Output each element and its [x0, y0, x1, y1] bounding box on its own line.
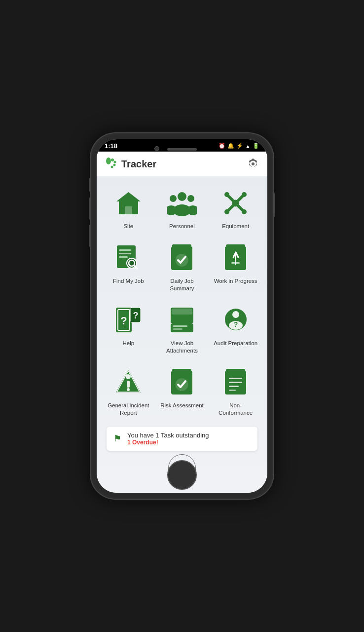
help-icon: ? ? — [114, 306, 143, 334]
phone-frame: 1:18 ⏰🔔⚡▲🔋 Tracker — [91, 133, 273, 499]
svg-rect-44 — [173, 325, 187, 327]
menu-item-general-incident-report[interactable]: General Incident Report — [106, 366, 150, 417]
status-time: 1:18 — [105, 142, 117, 150]
find-my-job-label: Find My Job — [113, 277, 144, 285]
menu-row-2: Find My Job Daily Job Su — [97, 236, 267, 298]
svg-point-2 — [114, 161, 116, 163]
menu-row-3: ? ? Help — [97, 298, 267, 360]
menu-row-4: General Incident Report Risk Assessment — [97, 360, 267, 423]
svg-marker-6 — [116, 192, 141, 201]
non-conformance-icon — [222, 368, 249, 396]
svg-rect-7 — [125, 206, 132, 214]
svg-point-47 — [232, 311, 239, 318]
menu-item-site[interactable]: Site — [106, 187, 150, 230]
equipment-label: Equipment — [222, 223, 249, 230]
site-icon — [115, 190, 142, 217]
svg-point-1 — [111, 158, 114, 161]
general-incident-report-icon — [114, 368, 143, 396]
notification-overdue: 1 Overdue! — [127, 439, 209, 446]
audit-preparation-icon-wrap: ? — [220, 304, 252, 336]
svg-text:?: ? — [121, 315, 127, 327]
find-my-job-icon-wrap — [112, 242, 144, 274]
app-title: Tracker — [121, 158, 156, 170]
svg-rect-22 — [119, 249, 131, 251]
svg-point-17 — [242, 192, 247, 197]
menu-item-equipment[interactable]: Equipment — [214, 187, 258, 230]
risk-assessment-icon-wrap — [166, 366, 198, 398]
personnel-icon-wrap — [166, 187, 198, 219]
menu-item-daily-job-summary[interactable]: Daily Job Summary — [160, 242, 204, 292]
non-conformance-label: Non-Conformance — [214, 402, 258, 417]
help-icon-wrap: ? ? — [112, 304, 144, 336]
daily-job-summary-icon — [168, 243, 195, 272]
svg-rect-24 — [119, 256, 128, 258]
view-job-attachments-icon — [168, 306, 196, 334]
site-icon-wrap — [112, 187, 144, 219]
find-my-job-icon — [114, 243, 143, 272]
site-label: Site — [123, 223, 133, 230]
svg-rect-53 — [127, 381, 130, 388]
notification-content: You have 1 Task outstanding 1 Overdue! — [127, 432, 209, 446]
menu-item-audit-preparation[interactable]: ? Audit Preparation — [214, 304, 258, 355]
menu-row-1: Site Pe — [97, 181, 267, 236]
svg-rect-30 — [172, 244, 191, 247]
menu-item-risk-assessment[interactable]: Risk Assessment — [160, 366, 204, 417]
work-in-progress-label: Work in Progress — [214, 277, 257, 285]
svg-rect-35 — [231, 262, 240, 264]
notification-bar[interactable]: ⚑ You have 1 Task outstanding 1 Overdue! — [107, 427, 257, 451]
menu-item-personnel[interactable]: Personnel — [160, 187, 204, 230]
svg-point-16 — [224, 192, 229, 197]
svg-text:?: ? — [133, 311, 139, 320]
status-icons: ⏰🔔⚡▲🔋 — [218, 143, 259, 149]
personnel-icon — [167, 190, 197, 217]
svg-point-54 — [127, 388, 130, 391]
header-branding: Tracker — [104, 157, 156, 171]
menu-item-non-conformance[interactable]: Non-Conformance — [214, 366, 258, 417]
risk-assessment-label: Risk Assessment — [160, 402, 204, 409]
work-in-progress-icon — [222, 243, 249, 272]
personnel-label: Personnel — [169, 223, 195, 230]
general-incident-report-label: General Incident Report — [106, 402, 150, 417]
view-job-attachments-icon-wrap — [166, 304, 198, 336]
general-incident-report-icon-wrap — [112, 366, 144, 398]
svg-point-18 — [224, 209, 229, 214]
audit-preparation-label: Audit Preparation — [214, 340, 257, 347]
svg-rect-62 — [229, 386, 239, 387]
svg-point-8 — [178, 192, 186, 201]
svg-text:?: ? — [233, 320, 238, 328]
audit-preparation-icon: ? — [221, 306, 250, 334]
svg-point-10 — [170, 195, 177, 202]
work-in-progress-icon-wrap — [220, 242, 252, 274]
menu-item-find-my-job[interactable]: Find My Job — [106, 242, 150, 292]
equipment-icon — [222, 190, 249, 217]
non-conformance-icon-wrap — [220, 366, 252, 398]
svg-line-27 — [134, 266, 137, 269]
app-content: Site Pe — [97, 176, 267, 493]
svg-rect-60 — [229, 378, 242, 379]
svg-rect-23 — [119, 253, 131, 254]
svg-point-3 — [113, 164, 116, 166]
menu-item-work-in-progress[interactable]: Work in Progress — [214, 242, 258, 292]
svg-rect-42 — [172, 309, 192, 315]
settings-icon — [247, 158, 259, 170]
svg-rect-45 — [173, 328, 182, 330]
svg-point-19 — [242, 209, 247, 214]
notification-flag-icon: ⚑ — [113, 433, 121, 444]
help-label: Help — [123, 340, 135, 347]
daily-job-summary-label: Daily Job Summary — [160, 277, 204, 292]
app-header: Tracker — [97, 152, 267, 176]
svg-point-52 — [126, 374, 131, 379]
risk-assessment-icon — [168, 368, 195, 396]
menu-item-help[interactable]: ? ? Help — [106, 304, 150, 355]
svg-point-20 — [232, 199, 239, 206]
notification-text: You have 1 Task outstanding — [127, 432, 209, 439]
equipment-icon-wrap — [220, 187, 252, 219]
app-logo — [104, 157, 117, 171]
settings-button[interactable] — [246, 157, 260, 171]
svg-point-4 — [111, 166, 113, 168]
view-job-attachments-label: View Job Attachments — [160, 340, 204, 355]
svg-rect-61 — [229, 382, 242, 383]
svg-point-12 — [187, 195, 194, 202]
menu-item-view-job-attachments[interactable]: View Job Attachments — [160, 304, 204, 355]
daily-job-summary-icon-wrap — [166, 242, 198, 274]
